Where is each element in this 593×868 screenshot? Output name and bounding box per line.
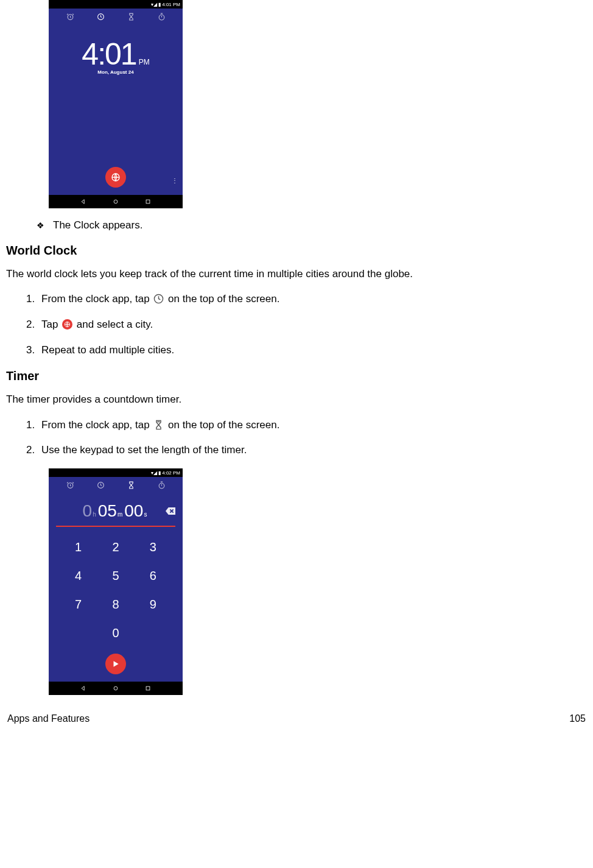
key-2: 2 xyxy=(97,533,134,562)
clock-app-screenshot: ▾◢ ▮ 4:01 PM 4:01PM Mon, August 24 ⋮ xyxy=(49,0,183,208)
play-fab xyxy=(105,654,126,674)
hourglass-icon xyxy=(153,420,164,430)
timer-steps: From the clock app, tap on the top of th… xyxy=(6,418,587,458)
status-bar: ▾◢ ▮ 4:01 PM xyxy=(49,0,183,9)
alarm-icon xyxy=(66,13,74,21)
timer-app-screenshot: ▾◢ ▮ 4:02 PM 0h 05m 00s 1 2 3 4 xyxy=(49,468,183,695)
signal-icon: ▾◢ xyxy=(151,470,157,476)
timer-body: 0h 05m 00s 1 2 3 4 5 6 7 8 9 0 xyxy=(49,493,183,682)
nav-bar xyxy=(49,682,183,695)
timer-display: 0h 05m 00s xyxy=(49,493,183,526)
clock-time: 4:01PM xyxy=(49,24,183,72)
key-9: 9 xyxy=(135,590,172,619)
recents-icon xyxy=(145,199,151,205)
key-8: 8 xyxy=(97,590,134,619)
world-clock-fab xyxy=(105,167,126,188)
footer-page-number: 105 xyxy=(569,713,586,724)
list-item: Tap and select a city. xyxy=(38,317,587,332)
key-4: 4 xyxy=(60,562,97,590)
list-item: From the clock app, tap on the top of th… xyxy=(38,418,587,432)
hourglass-icon xyxy=(127,481,135,489)
bullet-item: ❖ The Clock appears. xyxy=(37,219,587,231)
svg-point-10 xyxy=(159,483,164,489)
home-icon xyxy=(113,685,119,691)
svg-point-2 xyxy=(159,15,164,20)
list-item: Use the keypad to set the length of the … xyxy=(38,443,587,457)
status-time: 4:01 PM xyxy=(162,2,180,7)
footer-section: Apps and Features xyxy=(7,713,89,724)
svg-rect-12 xyxy=(146,686,150,690)
world-clock-heading: World Clock xyxy=(6,244,587,258)
stopwatch-icon xyxy=(158,481,166,489)
timer-keypad: 1 2 3 4 5 6 7 8 9 0 xyxy=(49,527,183,647)
svg-rect-5 xyxy=(146,200,150,203)
world-clock-steps: From the clock app, tap on the top of th… xyxy=(6,292,587,357)
stopwatch-icon xyxy=(158,13,166,21)
battery-icon: ▮ xyxy=(158,470,161,476)
signal-icon: ▾◢ xyxy=(151,2,157,7)
key-0: 0 xyxy=(97,619,134,647)
recents-icon xyxy=(145,685,151,691)
svg-point-4 xyxy=(114,200,118,203)
list-item: Repeat to add multiple cities. xyxy=(38,343,587,358)
clock-date: Mon, August 24 xyxy=(49,69,183,75)
clock-tabs xyxy=(49,9,183,24)
globe-icon xyxy=(111,172,121,182)
battery-icon: ▮ xyxy=(158,2,161,7)
bullet-text: The Clock appears. xyxy=(53,219,142,231)
key-1: 1 xyxy=(60,533,97,562)
world-clock-intro: The world clock lets you keep track of t… xyxy=(6,267,587,281)
overflow-icon: ⋮ xyxy=(172,177,178,184)
clock-icon xyxy=(97,481,105,489)
page-footer: Apps and Features 105 xyxy=(6,713,587,730)
timer-intro: The timer provides a countdown timer. xyxy=(6,393,587,406)
play-icon xyxy=(111,660,120,668)
clock-tabs xyxy=(49,477,183,493)
status-time: 4:02 PM xyxy=(162,470,180,476)
alarm-icon xyxy=(66,481,74,489)
globe-fab-icon xyxy=(62,319,72,330)
back-icon xyxy=(80,199,86,205)
list-item: From the clock app, tap on the top of th… xyxy=(38,292,587,306)
key-5: 5 xyxy=(97,562,134,590)
hourglass-icon xyxy=(127,13,135,21)
backspace-icon xyxy=(166,506,175,517)
back-icon xyxy=(80,685,86,691)
home-icon xyxy=(113,199,119,205)
timer-heading: Timer xyxy=(6,369,587,383)
svg-point-11 xyxy=(114,686,118,690)
key-6: 6 xyxy=(135,562,172,590)
status-bar: ▾◢ ▮ 4:02 PM xyxy=(49,468,183,477)
key-7: 7 xyxy=(60,590,97,619)
clock-icon xyxy=(153,294,164,304)
nav-bar xyxy=(49,195,183,208)
diamond-bullet-icon: ❖ xyxy=(37,221,44,230)
key-3: 3 xyxy=(135,533,172,562)
clock-body: 4:01PM Mon, August 24 ⋮ xyxy=(49,24,183,195)
clock-icon xyxy=(97,13,105,21)
